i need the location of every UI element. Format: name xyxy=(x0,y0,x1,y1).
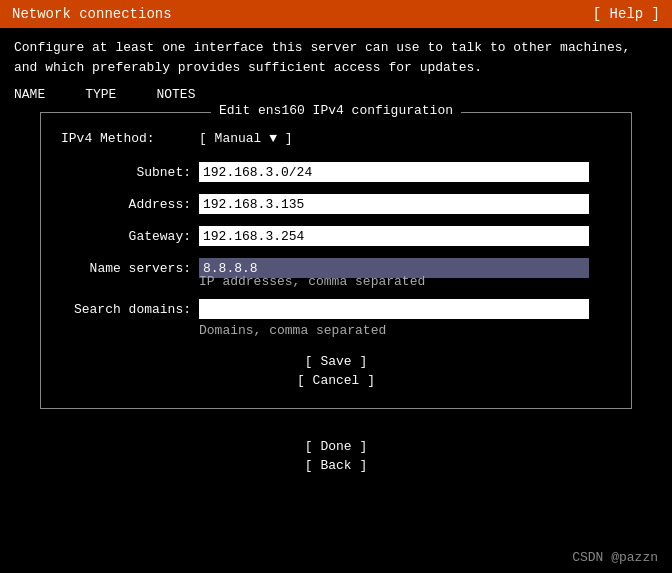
bottom-buttons: [ Done ] [ Back ] xyxy=(0,439,672,473)
search-domains-label: Search domains: xyxy=(61,302,191,317)
edit-dialog: Edit ens160 IPv4 configuration IPv4 Meth… xyxy=(40,112,632,409)
col-name: NAME xyxy=(14,87,45,102)
dialog-buttons: [ Save ] [ Cancel ] xyxy=(61,354,611,388)
address-label: Address: xyxy=(61,197,191,212)
col-type: TYPE xyxy=(85,87,116,102)
address-row: Address: xyxy=(61,194,611,214)
back-button[interactable]: [ Back ] xyxy=(305,458,367,473)
gateway-label: Gateway: xyxy=(61,229,191,244)
gateway-input[interactable] xyxy=(199,226,589,246)
description-line1: Configure at least one interface this se… xyxy=(14,38,658,58)
save-button[interactable]: [ Save ] xyxy=(305,354,367,369)
ipv4-method-row: IPv4 Method: [ Manual ▼ ] xyxy=(61,131,611,146)
search-domains-input[interactable] xyxy=(199,299,589,319)
app-title: Network connections xyxy=(12,6,172,22)
title-bar: Network connections [ Help ] xyxy=(0,0,672,28)
col-notes: NOTES xyxy=(156,87,195,102)
search-domains-helper: Domains, comma separated xyxy=(199,323,611,338)
address-input[interactable] xyxy=(199,194,589,214)
subnet-input[interactable] xyxy=(199,162,589,182)
help-button[interactable]: [ Help ] xyxy=(593,6,660,22)
subnet-row: Subnet: xyxy=(61,162,611,182)
name-servers-label: Name servers: xyxy=(61,261,191,276)
watermark: CSDN @pazzn xyxy=(572,550,658,565)
search-domains-row: Search domains: xyxy=(61,299,611,319)
description-line2: and which preferably provides sufficient… xyxy=(14,58,658,78)
ipv4-method-dropdown[interactable]: [ Manual ▼ ] xyxy=(199,131,293,146)
subnet-label: Subnet: xyxy=(61,165,191,180)
dialog-title: Edit ens160 IPv4 configuration xyxy=(211,103,461,118)
gateway-row: Gateway: xyxy=(61,226,611,246)
cancel-button[interactable]: [ Cancel ] xyxy=(297,373,375,388)
description: Configure at least one interface this se… xyxy=(0,28,672,83)
done-button[interactable]: [ Done ] xyxy=(305,439,367,454)
ipv4-method-label: IPv4 Method: xyxy=(61,131,191,146)
